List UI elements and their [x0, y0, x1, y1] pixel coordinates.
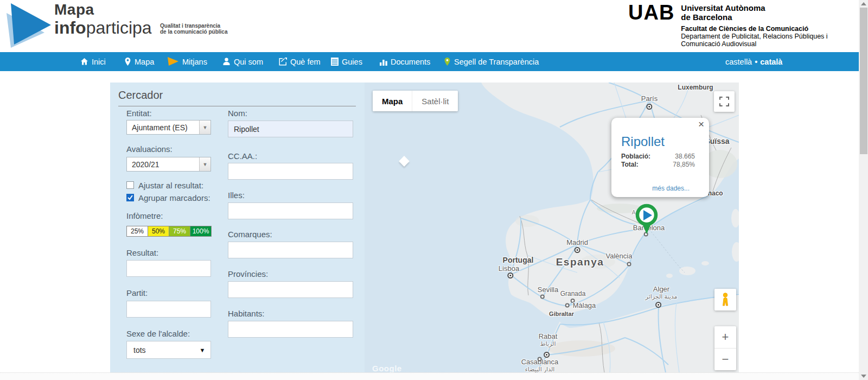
infometre-seg-100: 100%	[190, 226, 211, 236]
bar-chart-icon	[380, 58, 387, 66]
zoom-control: + −	[714, 326, 736, 370]
zoom-in-button[interactable]: +	[714, 326, 736, 349]
map-canvas[interactable]: LuxemburgParísSuïssaMònacoAndorraBarcelo…	[365, 83, 739, 372]
map-label-par-s: París	[641, 94, 658, 103]
pegman-button[interactable]	[714, 289, 736, 311]
illes-input[interactable]	[228, 202, 353, 219]
uab-block: UAB Universitat Autònoma de Barcelona Fa…	[628, 3, 828, 48]
zoom-out-button[interactable]: −	[714, 349, 736, 370]
avaluacions-select[interactable]: 2020/21 ▼	[126, 157, 211, 172]
uab-line2: de Barcelona	[681, 12, 827, 22]
language-catala[interactable]: català	[760, 58, 782, 66]
language-castella[interactable]: castellà	[725, 58, 752, 66]
infometre-label: Infòmetre:	[126, 211, 163, 220]
habitants-input[interactable]	[228, 321, 353, 338]
resultat-label: Resultat:	[126, 248, 158, 257]
ccaa-input[interactable]	[228, 163, 353, 180]
provincies-label: Províncies:	[228, 269, 268, 278]
nav-item-inici[interactable]: Inici	[80, 52, 106, 71]
map-label-madrid: Madrid	[566, 238, 588, 246]
nav-item-guies[interactable]: Guies	[331, 52, 362, 71]
chevron-down-icon: ▼	[199, 121, 210, 134]
satellite-view-button[interactable]: Satèl·lit	[412, 91, 458, 111]
sexe-value: tots	[127, 346, 194, 354]
person-icon	[222, 58, 231, 66]
nav-item-mitjans[interactable]: Mitjans	[167, 52, 207, 71]
tagline-line2: de la comunicació pública	[160, 29, 227, 35]
uab-line4: Departament de Publicitat, Relacions Púb…	[681, 33, 827, 40]
compose-icon	[279, 58, 287, 66]
ajustar-checkbox[interactable]	[126, 181, 134, 189]
nav-item-que-fem[interactable]: Què fem	[279, 52, 321, 71]
chevron-down-icon: ▼	[194, 347, 210, 353]
illes-label: Illes:	[228, 191, 245, 200]
map-label-alger: Algerمدينة الجزائر	[646, 285, 678, 300]
scrollbar-down-arrow-icon[interactable]	[861, 375, 866, 378]
uab-line3: Facultat de Ciències de la Comunicació	[681, 25, 827, 33]
header: Mapa infoparticipa Qualitat i transparèn…	[0, 0, 859, 52]
comarques-label: Comarques:	[228, 230, 272, 239]
nav-item-qui-som[interactable]: Qui som	[222, 52, 263, 71]
infometre-scale: 25% 50% 75% 100%	[126, 226, 212, 237]
page-scrollbar[interactable]	[859, 0, 868, 380]
logo-type: Mapa infoparticipa	[54, 2, 152, 36]
page-bottom-strip	[0, 372, 859, 380]
map-city-marker-icon	[627, 262, 631, 266]
partit-input[interactable]	[126, 301, 211, 318]
main-navigation: Inici Mapa Mitjans Qui som Què fem Guies…	[0, 52, 859, 71]
map-label-gibraltar: Gibraltar	[549, 311, 574, 317]
habitants-label: Habitants:	[228, 309, 265, 318]
map-pin-icon	[124, 58, 131, 66]
provincies-input[interactable]	[228, 281, 353, 298]
comarques-input[interactable]	[228, 242, 353, 258]
map-label-luxemburg: Luxemburg	[678, 84, 713, 91]
logo-word-bold: info	[54, 18, 86, 37]
map-view-button[interactable]: Mapa	[373, 91, 412, 111]
popup-row-total: Total: 78,85%	[611, 161, 709, 169]
entitat-select[interactable]: Ajuntament (ES) ▼	[126, 120, 211, 135]
logo-word: infoparticipa	[54, 19, 152, 36]
partit-label: Partit:	[126, 288, 148, 297]
map-label-rabat: Rabatالرباط	[539, 332, 558, 347]
more-data-link[interactable]: més dades...	[652, 185, 690, 192]
language-separator: •	[755, 58, 757, 66]
map-city-marker-icon	[544, 352, 550, 358]
agrupar-checkbox[interactable]	[126, 194, 134, 201]
uab-logo: UAB	[628, 3, 674, 48]
chevron-down-icon: ▼	[199, 157, 210, 171]
page: Mapa infoparticipa Qualitat i transparèn…	[0, 0, 868, 380]
sexe-select[interactable]: tots ▼	[126, 341, 211, 359]
search-panel-title: Cercador	[118, 89, 356, 106]
uab-line5: Comunicació Audiovisual	[681, 40, 827, 48]
nav-item-mapa[interactable]: Mapa	[124, 52, 154, 71]
map-type-control: Mapa Satèl·lit	[373, 91, 458, 111]
map-city-marker-icon	[575, 247, 580, 253]
infometre-seg-25: 25%	[127, 226, 148, 236]
info-popup: × Ripollet Població: 38.665 Total: 78,85…	[611, 118, 709, 197]
tagline-line1: Qualitat i transparència	[160, 23, 227, 29]
logo-word-rest: participa	[86, 18, 152, 37]
map-city-marker-icon	[655, 302, 661, 308]
resultat-input[interactable]	[126, 260, 211, 277]
ccaa-label: CC.AA.:	[228, 151, 257, 161]
scrollbar-up-arrow-icon[interactable]	[861, 2, 866, 5]
agrupar-label: Agrupar marcadors:	[138, 193, 210, 202]
fullscreen-button[interactable]	[714, 91, 735, 112]
nom-input[interactable]	[228, 121, 353, 137]
nav-item-segell-de-transparencia[interactable]: Segell de Transparència	[444, 52, 539, 71]
nav-item-documents[interactable]: Documents	[380, 52, 430, 71]
scrollbar-thumb[interactable]	[860, 8, 867, 154]
logo-tagline: Qualitat i transparència de la comunicac…	[160, 23, 227, 35]
map-label-lisboa: Lisboa	[499, 264, 519, 273]
sexe-label: Sexe de l'alcalde:	[126, 329, 190, 338]
nom-label: Nom:	[228, 109, 247, 118]
search-panel: Cercador Entitat: Ajuntament (ES) ▼ Aval…	[110, 83, 365, 372]
map-city-marker-icon	[565, 303, 570, 307]
uab-line1: Universitat Autònoma	[681, 3, 827, 12]
play-arrow-icon	[167, 57, 179, 66]
close-icon[interactable]: ×	[698, 118, 704, 130]
infoparticipa-logo-icon	[4, 1, 52, 49]
uab-text: Universitat Autònoma de Barcelona Facult…	[681, 3, 827, 48]
map-label-m-laga: Màlaga	[573, 301, 596, 309]
result-marker-pin[interactable]	[634, 203, 659, 235]
